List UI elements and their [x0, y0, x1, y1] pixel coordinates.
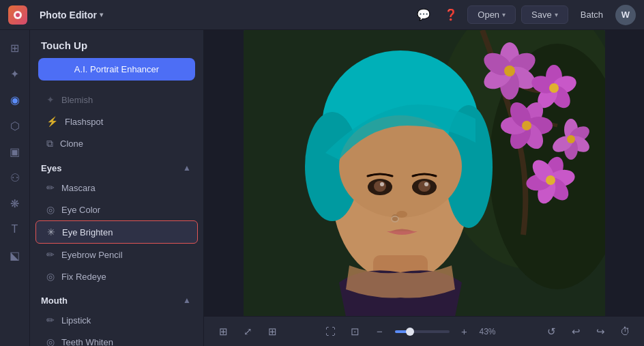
eyes-label: Eyes [41, 163, 61, 173]
sidebar-effects-btn[interactable]: ✦ [3, 61, 27, 86]
svg-point-18 [392, 214, 398, 221]
tools-panel: Touch Up A.I. Portrait Enhancer ✦ Blemis… [30, 30, 204, 346]
type-icon: T [12, 223, 18, 235]
open-label: Open [478, 10, 499, 20]
teeth-whiten-icon: ◎ [46, 336, 55, 346]
fullscreen-btn[interactable]: ⛶ [320, 321, 342, 343]
history-btn[interactable]: ⏱ [614, 321, 636, 343]
save-button[interactable]: Save ▾ [521, 5, 568, 24]
eyes-collapse-button[interactable]: ▲ [181, 162, 192, 174]
sidebar-art-btn[interactable]: ❋ [3, 191, 27, 216]
bottom-right-buttons: ↺ ↩ ↪ ⏱ [540, 321, 636, 343]
save-chevron-icon: ▾ [555, 11, 558, 18]
undo-icon: ↩ [572, 326, 581, 338]
svg-point-45 [567, 135, 575, 143]
layers-icon: ⊞ [10, 42, 19, 55]
app-title-label: Photo Editor [40, 10, 97, 20]
tool-item-clone[interactable]: ⧉ Clone [35, 132, 198, 155]
mouth-collapse-button[interactable]: ▲ [181, 294, 192, 306]
zoom-slider[interactable] [395, 330, 450, 333]
tool-item-fix-redeye[interactable]: ◎ Fix Redeye [35, 265, 198, 287]
tool-item-blemish[interactable]: ✦ Blemish [35, 89, 198, 111]
app-title-button[interactable]: Photo Editor ▾ [35, 7, 107, 23]
photo-svg [244, 30, 605, 316]
batch-button[interactable]: Batch [574, 6, 610, 23]
clone-icon: ⧉ [46, 138, 53, 149]
flashspot-label: Flashspot [65, 117, 103, 127]
frames-icon: ▣ [10, 145, 20, 158]
grid-btn[interactable]: ⊞ [261, 321, 283, 343]
app-logo [8, 5, 27, 25]
overlay-icon: ⬕ [10, 249, 20, 262]
tools-header: Touch Up [30, 30, 203, 58]
mascara-label: Mascara [61, 183, 96, 193]
refresh-btn[interactable]: ↺ [540, 321, 562, 343]
zoom-in-icon: + [461, 326, 467, 337]
canvas-container[interactable] [204, 30, 644, 316]
svg-point-14 [418, 181, 430, 192]
app-title-chevron-icon: ▾ [100, 11, 103, 18]
main-content: ⊞ ✦ ◉ ⬡ ▣ ⚇ ❋ T ⬕ Touch Up A.I. P [0, 30, 644, 346]
mascara-icon: ✏ [46, 182, 55, 193]
history-icon: ⏱ [620, 326, 630, 337]
svg-point-39 [522, 121, 531, 130]
tool-item-lipstick[interactable]: ✏ Lipstick [35, 309, 198, 331]
svg-point-1 [16, 13, 20, 17]
batch-label: Batch [581, 10, 603, 20]
topbar: Photo Editor ▾ 💬 ❓ Open ▾ Save ▾ Batch W [0, 0, 644, 30]
people-icon: ⚇ [10, 171, 20, 184]
tool-item-eye-brighten[interactable]: ✳ Eye Brighten [35, 220, 198, 244]
tools-scroll: A.I. Portrait Enhancer ✦ Blemish ⚡ Flash… [30, 58, 203, 346]
zoom-controls: − + 43% [369, 321, 504, 343]
help-icon-button[interactable]: ❓ [440, 4, 462, 26]
photo-frame [244, 30, 605, 316]
sidebar-touchup-btn[interactable]: ◉ [3, 87, 27, 112]
eyebrow-pencil-icon: ✏ [46, 249, 55, 260]
sidebar-people-btn[interactable]: ⚇ [3, 165, 27, 190]
eyes-section-header: Eyes ▲ [30, 155, 203, 177]
sidebar-type-btn[interactable]: T [3, 217, 27, 242]
expand-btn[interactable]: ⤢ [237, 321, 259, 343]
canvas-area: ⊞ ⤢ ⊞ ⛶ ⊡ − [204, 30, 644, 346]
svg-point-15 [380, 182, 384, 186]
avatar-initials: W [621, 10, 630, 20]
svg-point-32 [549, 83, 559, 93]
tool-item-eyebrow-pencil[interactable]: ✏ Eyebrow Pencil [35, 244, 198, 265]
crop-btn[interactable]: ⊡ [345, 321, 366, 343]
blemish-label: Blemish [61, 95, 93, 105]
ai-portrait-button[interactable]: A.I. Portrait Enhancer [38, 58, 195, 81]
zoom-in-btn[interactable]: + [454, 321, 475, 343]
sidebar-layers-btn[interactable]: ⊞ [3, 35, 27, 60]
message-icon-button[interactable]: 💬 [413, 4, 435, 26]
svg-point-26 [504, 66, 515, 76]
tool-item-flashspot[interactable]: ⚡ Flashspot [35, 111, 198, 132]
user-avatar[interactable]: W [615, 5, 636, 25]
redo-btn[interactable]: ↪ [589, 321, 611, 343]
zoom-slider-thumb [406, 328, 414, 336]
save-label: Save [531, 10, 552, 20]
open-button[interactable]: Open ▾ [467, 5, 516, 24]
undo-btn[interactable]: ↩ [565, 321, 587, 343]
ai-portrait-label: A.I. Portrait Enhancer [74, 64, 159, 74]
tool-item-mascara[interactable]: ✏ Mascara [35, 177, 198, 199]
layers-btn[interactable]: ⊞ [212, 321, 234, 343]
sidebar-overlay-btn[interactable]: ⬕ [3, 243, 27, 268]
teeth-whiten-label: Teeth Whiten [61, 337, 113, 347]
sidebar-filters-btn[interactable]: ⬡ [3, 113, 27, 138]
layers-icon: ⊞ [219, 326, 228, 338]
touchup-icon: ◉ [10, 93, 20, 106]
eye-color-icon: ◎ [46, 204, 55, 215]
zoom-out-btn[interactable]: − [369, 321, 391, 343]
sidebar-text-btn[interactable]: ▣ [3, 139, 27, 164]
art-icon: ❋ [10, 197, 19, 210]
svg-point-52 [546, 175, 555, 185]
icon-sidebar: ⊞ ✦ ◉ ⬡ ▣ ⚇ ❋ T ⬕ [0, 30, 30, 346]
effects-icon: ✦ [10, 68, 19, 81]
zoom-out-icon: − [377, 326, 383, 337]
tool-item-eye-color[interactable]: ◎ Eye Color [35, 199, 198, 220]
eye-brighten-label: Eye Brighten [62, 227, 113, 237]
fix-redeye-label: Fix Redeye [61, 272, 106, 282]
bottom-toolbar: ⊞ ⤢ ⊞ ⛶ ⊡ − [204, 316, 644, 346]
tool-item-teeth-whiten[interactable]: ◎ Teeth Whiten [35, 331, 198, 346]
blemish-icon: ✦ [46, 94, 55, 105]
